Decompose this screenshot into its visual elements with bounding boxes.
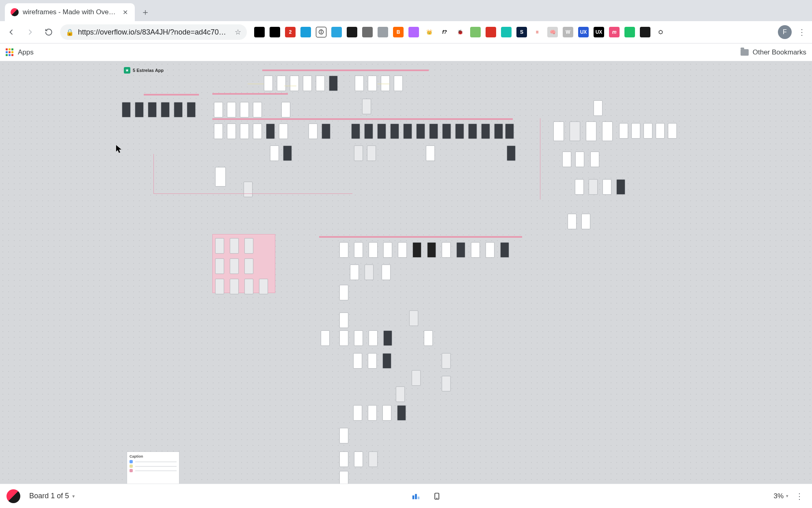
- new-tab-button[interactable]: ＋: [138, 5, 153, 20]
- wireframe-screen[interactable]: [409, 310, 418, 326]
- wireframe-screen[interactable]: [283, 145, 292, 161]
- wireframe-screen[interactable]: [603, 179, 611, 195]
- wireframe-screen[interactable]: [494, 124, 503, 139]
- wireframe-screen[interactable]: [215, 258, 224, 274]
- wireframe-screen[interactable]: [500, 242, 509, 258]
- apps-label[interactable]: Apps: [18, 48, 34, 56]
- extension-icon[interactable]: [300, 27, 311, 37]
- wireframe-screen[interactable]: [339, 330, 348, 346]
- wireframe-screen[interactable]: [398, 242, 407, 258]
- extension-icon[interactable]: [362, 27, 373, 37]
- overflow-logo-icon[interactable]: [6, 489, 20, 503]
- overflow-canvas[interactable]: ★ 5 Estrelas App Caption Board 1 of 5 ▾: [0, 61, 812, 508]
- wireframe-screen[interactable]: [369, 330, 378, 346]
- wireframe-screen[interactable]: [668, 123, 677, 139]
- wireframe-screen[interactable]: [562, 152, 571, 167]
- wireframe-screen[interactable]: [339, 452, 348, 467]
- wireframe-screen[interactable]: [230, 279, 239, 294]
- wireframe-screen[interactable]: [351, 124, 360, 139]
- extension-icon[interactable]: [347, 27, 357, 37]
- other-bookmarks[interactable]: Other Bookmarks: [753, 48, 806, 56]
- extension-icon[interactable]: UX: [594, 27, 604, 37]
- wireframe-screen[interactable]: [264, 76, 273, 91]
- wireframe-screen[interactable]: [397, 405, 406, 421]
- wireframe-screen[interactable]: [486, 242, 495, 258]
- wireframe-screen[interactable]: [383, 242, 392, 258]
- wireframe-screen[interactable]: [253, 102, 262, 117]
- wireframe-screen[interactable]: [369, 242, 378, 258]
- extension-icon[interactable]: [331, 27, 342, 37]
- profile-avatar[interactable]: F: [778, 25, 792, 39]
- chrome-menu-button[interactable]: ⋮: [796, 26, 808, 38]
- wireframe-screen[interactable]: [364, 124, 373, 139]
- close-tab-button[interactable]: ✕: [121, 8, 129, 16]
- wireframe-screen[interactable]: [631, 123, 640, 139]
- wireframe-screen[interactable]: [505, 124, 514, 139]
- wireframe-screen[interactable]: [426, 145, 435, 161]
- wireframe-screen[interactable]: [570, 122, 580, 141]
- wireframe-screen[interactable]: [412, 370, 421, 386]
- wireframe-screen[interactable]: [354, 242, 363, 258]
- wireframe-screen[interactable]: [468, 124, 477, 139]
- wireframe-screen[interactable]: [442, 376, 451, 391]
- wireframe-screen[interactable]: [259, 279, 268, 294]
- address-bar[interactable]: 🔒 https://overflow.io/s/83A4JH/?node=ad4…: [60, 24, 247, 40]
- wireframe-screen[interactable]: [214, 102, 223, 117]
- extension-icon[interactable]: [501, 27, 512, 37]
- wireframe-screen[interactable]: [303, 76, 312, 91]
- wireframe-screen[interactable]: [377, 124, 386, 139]
- wireframe-screen[interactable]: [309, 124, 317, 139]
- wireframe-screen[interactable]: [214, 124, 223, 139]
- wireframe-screen[interactable]: [586, 122, 596, 141]
- wireframe-screen[interactable]: [270, 145, 279, 161]
- wireframe-screen[interactable]: [240, 102, 249, 117]
- wireframe-screen[interactable]: [339, 428, 348, 443]
- wireframe-screen[interactable]: [581, 214, 590, 229]
- wireframe-screen[interactable]: [135, 102, 144, 117]
- wireframe-screen[interactable]: [575, 152, 584, 167]
- wireframe-screen[interactable]: [329, 76, 338, 91]
- wireframe-screen[interactable]: [396, 386, 405, 402]
- overflow-menu-button[interactable]: ⋮: [793, 490, 806, 502]
- extension-icon[interactable]: ⬡: [655, 27, 666, 37]
- reload-button[interactable]: [41, 25, 56, 39]
- wireframe-screen[interactable]: [281, 102, 290, 117]
- wireframe-screen[interactable]: [381, 76, 390, 91]
- wireframe-screen[interactable]: [369, 452, 378, 467]
- wireframe-screen[interactable]: [594, 100, 603, 116]
- wireframe-screen[interactable]: [322, 124, 330, 139]
- wireframe-screen[interactable]: [230, 258, 239, 274]
- wireframe-screen[interactable]: [368, 405, 377, 421]
- wireframe-screen[interactable]: [215, 238, 224, 254]
- wireframe-screen[interactable]: [481, 124, 490, 139]
- extension-icon[interactable]: 2: [285, 27, 296, 37]
- extension-icon[interactable]: 👑: [424, 27, 434, 37]
- back-button[interactable]: [4, 25, 19, 39]
- wireframe-screen[interactable]: [390, 124, 399, 139]
- wireframe-screen[interactable]: [354, 452, 363, 467]
- wireframe-screen[interactable]: [568, 214, 577, 229]
- wireframe-screen[interactable]: [277, 76, 286, 91]
- wireframe-screen[interactable]: [279, 124, 288, 139]
- wireframe-screen[interactable]: [553, 122, 564, 141]
- extension-icon[interactable]: [378, 27, 388, 37]
- wireframe-screen[interactable]: [619, 123, 628, 139]
- wireframe-screen[interactable]: [227, 102, 236, 117]
- extension-icon[interactable]: UX: [578, 27, 589, 37]
- wireframe-screen[interactable]: [244, 238, 253, 254]
- wireframe-screen[interactable]: [656, 123, 665, 139]
- wireframe-screen[interactable]: [161, 102, 170, 117]
- wireframe-screen[interactable]: [354, 145, 363, 161]
- zoom-control[interactable]: 3% ▾: [773, 492, 788, 500]
- wireframe-screen[interactable]: [442, 242, 451, 258]
- extension-icon[interactable]: [640, 27, 650, 37]
- extension-icon[interactable]: m: [609, 27, 620, 37]
- wireframe-screen[interactable]: [416, 124, 425, 139]
- extension-icon[interactable]: 🧠: [547, 27, 558, 37]
- extension-icon[interactable]: [470, 27, 481, 37]
- wireframe-screen[interactable]: [424, 330, 433, 346]
- wireframe-screen[interactable]: [350, 265, 359, 280]
- extension-icon[interactable]: B: [393, 27, 404, 37]
- wireframe-screen[interactable]: [227, 124, 236, 139]
- board-selector[interactable]: Board 1 of 5 ▾: [25, 489, 79, 503]
